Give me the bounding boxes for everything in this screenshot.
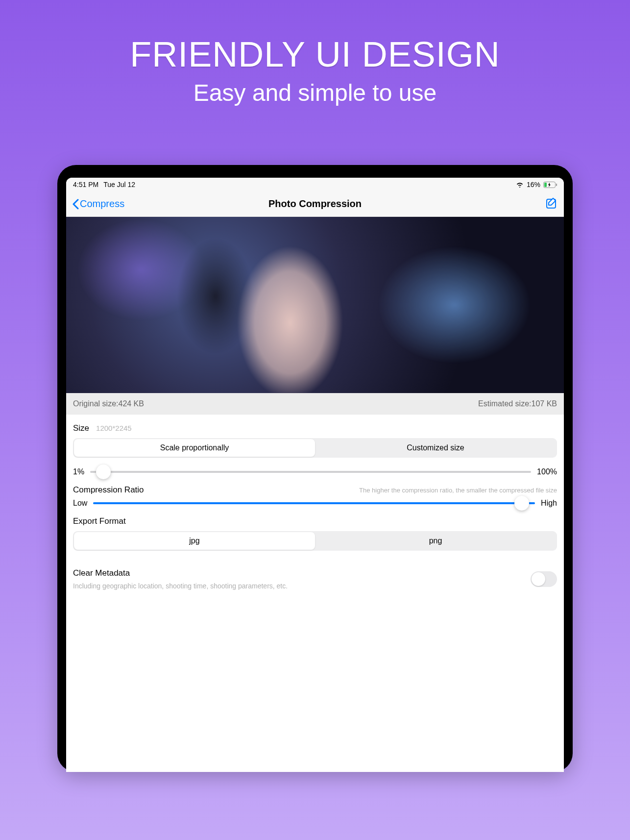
hero-subtitle: Easy and simple to use <box>130 79 500 106</box>
metadata-toggle[interactable] <box>531 571 557 587</box>
ratio-hint: The higher the compression ratio, the sm… <box>359 487 557 494</box>
screen: 4:51 PM Tue Jul 12 16% Compress Photo Co… <box>66 178 564 772</box>
metadata-label: Clear Metadata <box>73 568 531 578</box>
ratio-low: Low <box>73 499 87 508</box>
seg-customized-size[interactable]: Customized size <box>315 439 556 457</box>
format-label: Export Format <box>73 516 126 526</box>
metadata-section: Clear Metadata Including geographic loca… <box>66 551 564 590</box>
size-slider-row: 1% 100% <box>73 467 557 476</box>
size-dimensions: 1200*2245 <box>96 424 132 432</box>
size-slider-max: 100% <box>537 467 557 476</box>
status-bar: 4:51 PM Tue Jul 12 16% <box>66 178 564 191</box>
back-label: Compress <box>80 198 124 210</box>
back-button[interactable]: Compress <box>72 198 124 210</box>
chevron-left-icon <box>72 199 79 210</box>
nav-title: Photo Compression <box>66 198 564 210</box>
size-segmented: Scale proportionally Customized size <box>73 438 557 458</box>
seg-png[interactable]: png <box>315 532 556 550</box>
size-slider[interactable] <box>90 471 531 473</box>
format-section: Export Format jpg png <box>66 508 564 551</box>
compose-icon <box>545 197 558 210</box>
battery-icon <box>543 182 557 188</box>
original-size: Original size:424 KB <box>73 399 144 408</box>
hero: FRIENDLY UI DESIGN Easy and simple to us… <box>130 34 500 106</box>
ratio-high: High <box>541 499 557 508</box>
ratio-slider[interactable] <box>93 502 535 504</box>
metadata-sub: Including geographic location, shooting … <box>73 582 531 590</box>
status-date: Tue Jul 12 <box>103 181 135 188</box>
seg-scale-proportionally[interactable]: Scale proportionally <box>74 439 315 457</box>
wifi-icon <box>516 182 524 187</box>
size-slider-min: 1% <box>73 467 84 476</box>
status-time: 4:51 PM <box>73 181 98 188</box>
svg-rect-2 <box>556 184 557 186</box>
edit-button[interactable] <box>545 197 558 211</box>
info-bar: Original size:424 KB Estimated size:107 … <box>66 393 564 415</box>
size-section: Size 1200*2245 Scale proportionally Cust… <box>66 415 564 476</box>
seg-jpg[interactable]: jpg <box>74 532 315 550</box>
ratio-section: Compression Ratio The higher the compres… <box>66 476 564 508</box>
format-segmented: jpg png <box>73 531 557 551</box>
ratio-slider-row: Low High <box>73 499 557 508</box>
hero-title: FRIENDLY UI DESIGN <box>130 34 500 74</box>
status-battery-pct: 16% <box>527 181 540 188</box>
estimated-size: Estimated size:107 KB <box>478 399 557 408</box>
size-label: Size <box>73 423 89 433</box>
ratio-label: Compression Ratio <box>73 485 144 495</box>
svg-rect-1 <box>544 183 547 187</box>
tablet-frame: 4:51 PM Tue Jul 12 16% Compress Photo Co… <box>57 165 573 772</box>
image-preview[interactable] <box>66 217 564 393</box>
nav-bar: Compress Photo Compression <box>66 191 564 217</box>
